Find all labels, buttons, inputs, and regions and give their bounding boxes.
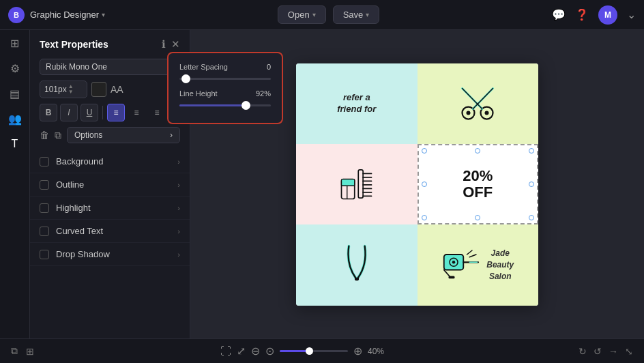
curved-text-checkbox[interactable] <box>40 227 49 236</box>
fullscreen-icon[interactable]: ⛶ <box>220 345 231 358</box>
cell-scissors <box>418 63 539 144</box>
section-drop-shadow[interactable]: Drop Shadow › <box>30 243 190 266</box>
refer-text: refer afriend for <box>337 92 376 115</box>
action-row: 🗑 ⧉ Options › <box>30 124 190 146</box>
selection-handle-tr[interactable] <box>529 148 534 154</box>
undo-icon[interactable]: ↺ <box>594 346 602 357</box>
text-icon[interactable]: T <box>12 138 18 150</box>
design-canvas: refer afriend for <box>296 63 538 306</box>
background-label: Background <box>56 156 171 166</box>
underline-button[interactable]: U <box>80 104 98 121</box>
align-center-button[interactable]: ≡ <box>107 104 125 121</box>
app-title-button[interactable]: Graphic Designer ▾ <box>30 10 105 20</box>
svg-point-22 <box>452 261 456 264</box>
zoom-slider-track <box>280 350 348 352</box>
color-picker[interactable] <box>91 82 106 97</box>
save-button[interactable]: Save ▾ <box>333 5 380 24</box>
section-outline[interactable]: Outline › <box>30 173 190 197</box>
fit-icon[interactable]: ⤢ <box>237 345 246 358</box>
highlight-checkbox[interactable] <box>40 203 49 213</box>
drop-shadow-checkbox[interactable] <box>40 250 49 259</box>
line-height-track[interactable] <box>179 104 271 106</box>
size-row: 101px ▲ ▼ AA <box>30 78 190 101</box>
layers-bottom-icon[interactable]: ⧉ <box>11 345 18 357</box>
people-icon[interactable]: 👥 <box>8 113 22 126</box>
forward-icon[interactable]: → <box>609 346 618 357</box>
selection-handle-br[interactable] <box>529 215 534 220</box>
info-icon[interactable]: ℹ <box>162 38 166 50</box>
grid-bottom-icon[interactable]: ⊞ <box>26 346 34 357</box>
home-icon[interactable]: ⊞ <box>10 37 19 50</box>
zoom-handle-icon[interactable]: ⊙ <box>265 345 274 358</box>
align-right-button[interactable]: ≡ <box>148 104 166 121</box>
section-highlight[interactable]: Highlight › <box>30 197 190 220</box>
close-icon[interactable]: ✕ <box>171 38 180 50</box>
letter-spacing-track[interactable] <box>179 78 271 80</box>
align-left-button[interactable]: ≡ <box>128 104 145 121</box>
background-checkbox[interactable] <box>40 157 49 166</box>
cell-tweezer <box>296 224 418 305</box>
highlight-chevron: › <box>177 204 180 212</box>
chat-icon[interactable]: 💬 <box>552 8 566 21</box>
cell-comb <box>296 144 418 224</box>
selection-handle-top[interactable] <box>475 148 480 154</box>
zoom-out-icon[interactable]: ⊖ <box>251 345 260 358</box>
layers-icon[interactable]: ▤ <box>10 87 20 100</box>
outline-chevron: › <box>177 181 180 189</box>
logo-letter: B <box>14 11 19 19</box>
expand-icon[interactable]: ⌄ <box>627 8 636 21</box>
section-background[interactable]: Background › <box>30 150 190 173</box>
app-logo: B <box>8 7 25 23</box>
app-title-chevron: ▾ <box>102 11 105 18</box>
tweezer-svg <box>340 241 374 289</box>
selection-handle-bl[interactable] <box>422 215 427 220</box>
italic-button[interactable]: I <box>60 104 78 121</box>
drop-shadow-chevron: › <box>177 250 180 259</box>
highlight-label: Highlight <box>56 203 171 213</box>
jade-text: JadeBeautySalon <box>486 248 514 282</box>
outline-checkbox[interactable] <box>40 180 49 190</box>
font-selector[interactable]: Rubik Mono One › <box>40 59 180 75</box>
options-button[interactable]: Options › <box>67 127 180 143</box>
selection-handle-tl[interactable] <box>422 148 427 154</box>
topbar-right: 💬 ❓ M ⌄ <box>552 5 636 25</box>
size-arrows[interactable]: ▲ ▼ <box>68 84 74 95</box>
expand-bottom-icon[interactable]: ⤡ <box>625 346 633 357</box>
outline-label: Outline <box>56 179 171 190</box>
save-chevron: ▾ <box>366 11 369 18</box>
zoom-slider[interactable] <box>280 350 348 352</box>
selection-handle-bottom[interactable] <box>475 215 480 220</box>
options-chevron: › <box>170 130 173 140</box>
bottombar: ⧉ ⊞ ⛶ ⤢ ⊖ ⊙ ⊕ 40% ↻ ↺ → ⤡ <box>0 338 644 363</box>
drop-shadow-label: Drop Shadow <box>56 249 171 259</box>
line-height-thumb[interactable] <box>241 101 250 110</box>
selection-handle-right[interactable] <box>529 182 534 187</box>
cell-off-text[interactable]: 20%OFF <box>418 144 539 224</box>
format-separator <box>102 106 103 119</box>
font-size-input[interactable]: 101px ▲ ▼ <box>40 81 87 98</box>
zoom-in-icon[interactable]: ⊕ <box>353 345 362 358</box>
redo-icon[interactable]: ↻ <box>579 346 587 357</box>
help-icon[interactable]: ❓ <box>575 8 589 21</box>
copy-button[interactable]: ⧉ <box>55 130 61 141</box>
svg-line-6 <box>473 88 493 108</box>
bottom-right: ↻ ↺ → ⤡ <box>579 346 633 357</box>
selection-handle-left[interactable] <box>422 182 427 187</box>
format-row: B I U ≡ ≡ ≡ <box>30 101 190 124</box>
save-label: Save <box>343 10 364 20</box>
svg-line-26 <box>467 250 473 255</box>
zoom-slider-thumb[interactable] <box>306 347 313 355</box>
letter-spacing-thumb[interactable] <box>181 74 190 83</box>
section-curved-text[interactable]: Curved Text › <box>30 220 190 243</box>
line-height-label: Line Height <box>179 89 218 98</box>
delete-button[interactable]: 🗑 <box>40 130 49 141</box>
open-button[interactable]: Open ▾ <box>278 5 326 24</box>
size-down-arrow[interactable]: ▼ <box>68 89 74 95</box>
topbar-center: Open ▾ Save ▾ <box>111 5 546 24</box>
filter-icon[interactable]: ⚙ <box>10 62 20 75</box>
cell-jade: JadeBeautySalon <box>418 224 539 305</box>
text-case-icon[interactable]: AA <box>111 84 123 95</box>
dryer-svg <box>441 244 482 285</box>
avatar[interactable]: M <box>598 5 617 25</box>
bold-button[interactable]: B <box>40 104 57 121</box>
